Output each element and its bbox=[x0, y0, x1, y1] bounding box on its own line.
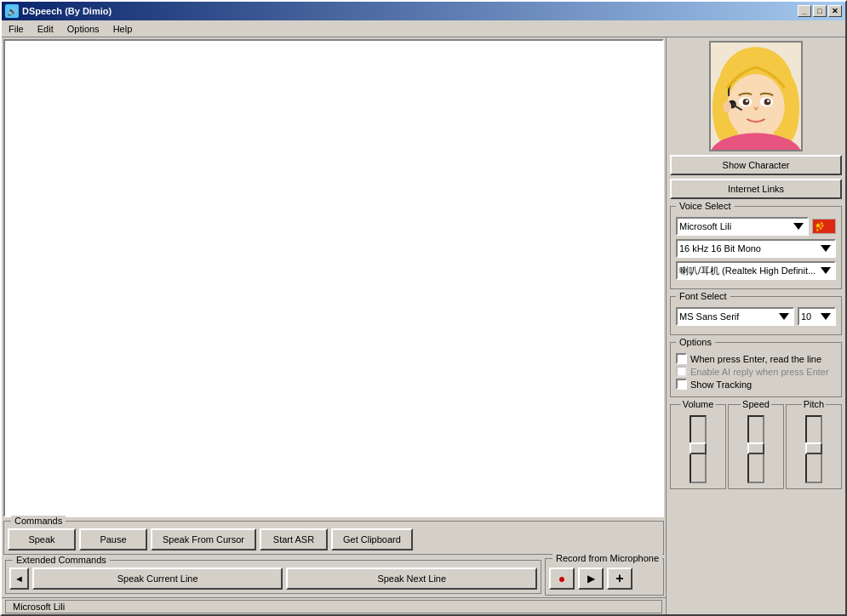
show-tracking-label: Show Tracking bbox=[690, 379, 752, 390]
voice-select-row: Microsoft Lili ★ ★ ★ ★ ★ bbox=[676, 217, 836, 236]
voice-select-group: Voice Select Microsoft Lili ★ ★ ★ ★ ★ bbox=[670, 206, 842, 289]
volume-label: Volume bbox=[681, 399, 716, 409]
main-textarea[interactable] bbox=[5, 41, 662, 516]
record-section: Record from Microphone ● ▶ + bbox=[545, 558, 664, 596]
sliders-section: Volume Speed Pitch bbox=[670, 404, 842, 489]
menu-edit[interactable]: Edit bbox=[31, 22, 60, 36]
enable-ai-row: Enable AI reply when press Enter bbox=[676, 366, 836, 377]
menu-options[interactable]: Options bbox=[60, 22, 106, 36]
options-group: Options When press Enter, read the line … bbox=[670, 342, 842, 397]
speak-button[interactable]: Speak bbox=[8, 528, 76, 550]
voice-select-label: Voice Select bbox=[676, 201, 735, 211]
pitch-thumb[interactable] bbox=[805, 442, 822, 454]
pitch-track[interactable] bbox=[805, 415, 822, 483]
flag-cn: ★ ★ ★ ★ ★ bbox=[812, 219, 836, 234]
speak-current-line-button[interactable]: Speak Current Line bbox=[32, 568, 283, 590]
speak-next-line-button[interactable]: Speak Next Line bbox=[286, 568, 537, 590]
svg-point-15 bbox=[723, 101, 731, 112]
svg-point-12 bbox=[746, 100, 748, 102]
output-dropdown[interactable]: 喇叭/耳机 (Realtek High Definit... bbox=[676, 261, 836, 280]
text-area-container bbox=[3, 39, 664, 517]
minimize-button[interactable]: _ bbox=[798, 5, 811, 17]
app-icon: 🔊 bbox=[5, 4, 19, 18]
speed-thumb[interactable] bbox=[747, 442, 764, 454]
when-enter-checkbox[interactable] bbox=[676, 353, 687, 364]
record-play-button[interactable]: ▶ bbox=[578, 568, 604, 590]
menu-help[interactable]: Help bbox=[106, 22, 140, 36]
pitch-label: Pitch bbox=[802, 399, 826, 409]
volume-slider-group: Volume bbox=[670, 404, 726, 489]
menu-file[interactable]: File bbox=[2, 22, 31, 36]
output-select-row: 喇叭/耳机 (Realtek High Definit... bbox=[676, 261, 836, 280]
status-panel: Microsoft Lili bbox=[5, 600, 662, 613]
close-button[interactable]: ✕ bbox=[828, 5, 842, 17]
start-asr-button[interactable]: Start ASR bbox=[260, 528, 328, 550]
record-stop-button[interactable]: ● bbox=[549, 568, 575, 590]
show-character-button[interactable]: Show Character bbox=[670, 155, 842, 175]
show-tracking-checkbox[interactable] bbox=[676, 379, 687, 390]
options-label: Options bbox=[676, 337, 715, 347]
show-tracking-row: Show Tracking bbox=[676, 379, 836, 390]
enable-ai-label: Enable AI reply when press Enter bbox=[690, 367, 829, 377]
window-title: DSpeech (By Dimio) bbox=[22, 6, 112, 16]
main-window: 🔊 DSpeech (By Dimio) _ □ ✕ File Edit Opt… bbox=[0, 0, 847, 616]
right-panel: Show Character Internet Links Voice Sele… bbox=[667, 37, 845, 614]
speed-track[interactable] bbox=[747, 415, 764, 483]
volume-thumb[interactable] bbox=[690, 442, 707, 454]
status-text: Microsoft Lili bbox=[13, 602, 65, 612]
enable-ai-checkbox[interactable] bbox=[676, 366, 687, 377]
title-bar-left: 🔊 DSpeech (By Dimio) bbox=[5, 4, 112, 18]
font-select-group: Font Select MS Sans Serif 10 bbox=[670, 296, 842, 335]
svg-point-13 bbox=[767, 100, 770, 102]
font-size-dropdown[interactable]: 10 bbox=[798, 307, 836, 326]
character-image bbox=[709, 41, 803, 151]
font-select-label: Font Select bbox=[676, 291, 730, 301]
speed-slider-group: Speed bbox=[728, 404, 784, 489]
internet-links-button[interactable]: Internet Links bbox=[670, 179, 842, 199]
pitch-slider-group: Pitch bbox=[786, 404, 842, 489]
extended-label: Extended Commands bbox=[13, 555, 110, 565]
commands-section: Commands Speak Pause Speak From Cursor S… bbox=[3, 521, 664, 555]
menubar: File Edit Options Help bbox=[2, 20, 845, 37]
status-bar: Microsoft Lili bbox=[2, 597, 666, 614]
quality-dropdown[interactable]: 16 kHz 16 Bit Mono bbox=[676, 239, 836, 258]
when-enter-label: When press Enter, read the line bbox=[690, 354, 821, 364]
quality-select-row: 16 kHz 16 Bit Mono bbox=[676, 239, 836, 258]
bottom-commands-area: Extended Commands ◄ Speak Current Line S… bbox=[3, 558, 664, 596]
content-area: Commands Speak Pause Speak From Cursor S… bbox=[2, 37, 845, 614]
record-label: Record from Microphone bbox=[552, 553, 662, 563]
when-enter-row: When press Enter, read the line bbox=[676, 353, 836, 364]
character-image-wrapper bbox=[670, 41, 842, 151]
commands-row: Speak Pause Speak From Cursor Start ASR … bbox=[8, 528, 660, 550]
left-panel: Commands Speak Pause Speak From Cursor S… bbox=[2, 37, 667, 614]
speak-from-cursor-button[interactable]: Speak From Cursor bbox=[151, 528, 256, 550]
get-clipboard-button[interactable]: Get Clipboard bbox=[331, 528, 413, 550]
font-dropdown[interactable]: MS Sans Serif bbox=[676, 307, 794, 326]
title-bar-buttons: _ □ ✕ bbox=[798, 5, 842, 17]
volume-track[interactable] bbox=[690, 415, 707, 483]
voice-dropdown[interactable]: Microsoft Lili bbox=[676, 217, 809, 236]
commands-label: Commands bbox=[11, 516, 66, 526]
title-bar: 🔊 DSpeech (By Dimio) _ □ ✕ bbox=[2, 2, 845, 20]
maximize-button[interactable]: □ bbox=[813, 5, 827, 17]
pause-button[interactable]: Pause bbox=[79, 528, 147, 550]
record-add-button[interactable]: + bbox=[607, 568, 632, 590]
extended-section: Extended Commands ◄ Speak Current Line S… bbox=[5, 560, 541, 594]
speed-label: Speed bbox=[741, 399, 771, 409]
extended-arrow-left[interactable]: ◄ bbox=[9, 568, 29, 590]
font-select-row: MS Sans Serif 10 bbox=[676, 307, 836, 326]
